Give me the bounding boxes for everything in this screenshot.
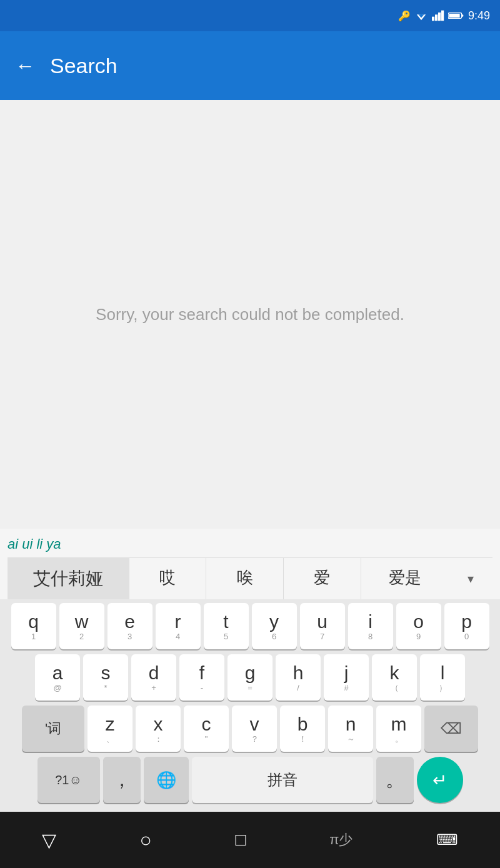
enter-key[interactable]: ↵ (417, 757, 463, 803)
app-bar-title: Search (50, 54, 118, 78)
error-message: Sorry, your search could not be complete… (71, 305, 429, 324)
sym-key[interactable]: ?1☺ (38, 757, 100, 803)
back-button[interactable]: ← (15, 54, 35, 77)
space-key[interactable]: 拼音 (192, 757, 373, 803)
suggestion-item-2[interactable]: 唉 (206, 558, 284, 599)
key-q-sub: 1 (31, 632, 36, 641)
svg-rect-3 (432, 17, 434, 21)
svg-rect-5 (438, 12, 441, 21)
comma-label: ， (112, 771, 131, 789)
key-z[interactable]: z 、 (88, 706, 132, 752)
key-j[interactable]: j # (324, 654, 369, 701)
enter-icon: ↵ (432, 770, 447, 791)
suggestion-item-3[interactable]: 爱 (284, 558, 361, 599)
key-m[interactable]: m 。 (376, 706, 421, 752)
suggestion-bar: ai ui li ya 艾什莉娅 哎 唉 爱 爱是 ▾ (0, 529, 500, 599)
signal-icon (432, 10, 444, 21)
key-row-2: a @ s * d + f - g = h / (2, 654, 498, 701)
suggestion-item-1[interactable]: 哎 (129, 558, 207, 599)
vpn-key-icon: 🔑 (398, 10, 411, 22)
battery-icon (448, 11, 464, 20)
app-icon: π少 (329, 831, 352, 849)
shift-key[interactable]: '词 (22, 706, 84, 752)
svg-rect-6 (441, 11, 444, 21)
key-f[interactable]: f - (179, 654, 224, 701)
keyboard-area: q 1 w 2 e 3 r 4 t 5 y 6 (0, 599, 500, 812)
key-k[interactable]: k （ (372, 654, 417, 701)
delete-key[interactable]: ⌫ (424, 706, 478, 752)
key-g[interactable]: g = (228, 654, 272, 701)
key-c[interactable]: c " (184, 706, 229, 752)
svg-rect-9 (449, 14, 459, 17)
suggestion-expand-button[interactable]: ▾ (449, 558, 492, 599)
suggestion-item-4[interactable]: 爱是 (361, 558, 449, 599)
key-q[interactable]: q 1 (11, 603, 56, 649)
back-nav-icon[interactable]: ▽ (42, 829, 56, 851)
delete-icon: ⌫ (441, 720, 462, 737)
key-a[interactable]: a @ (35, 654, 80, 701)
suggestion-row: 艾什莉娅 哎 唉 爱 爱是 ▾ (8, 557, 492, 599)
recent-nav-icon[interactable]: □ (236, 830, 246, 850)
svg-rect-4 (435, 14, 438, 21)
space-label: 拼音 (268, 772, 298, 787)
status-bar: 🔑 9:49 (0, 0, 500, 31)
key-row-4: ?1☺ ， 🌐 拼音 。 ↵ (2, 757, 498, 803)
key-v[interactable]: v ？ (232, 706, 277, 752)
app-bar: ← Search (0, 31, 500, 100)
svg-rect-8 (462, 14, 464, 16)
key-b[interactable]: b ！ (280, 706, 325, 752)
key-row-3: '词 z 、 x ： c " v ？ b ！ n (2, 706, 498, 752)
nav-bar: ▽ ○ □ π少 ⌨ (0, 812, 500, 868)
key-i[interactable]: i 8 (348, 603, 393, 649)
key-u[interactable]: u 7 (300, 603, 345, 649)
key-q-main: q (28, 612, 39, 631)
shift-label: '词 (45, 722, 61, 736)
key-e[interactable]: e 3 (108, 603, 152, 649)
wifi-icon (414, 10, 428, 21)
home-nav-icon[interactable]: ○ (140, 829, 152, 852)
key-l[interactable]: l ） (420, 654, 465, 701)
keyboard-icon[interactable]: ⌨ (436, 831, 458, 849)
comma-key[interactable]: ， (103, 757, 141, 803)
globe-icon: 🌐 (156, 771, 176, 790)
period-label: 。 (386, 771, 404, 789)
suggestion-item-0[interactable]: 艾什莉娅 (8, 558, 129, 599)
key-row-1: q 1 w 2 e 3 r 4 t 5 y 6 (2, 603, 498, 649)
status-icons: 🔑 9:49 (398, 9, 490, 22)
key-h[interactable]: h / (276, 654, 321, 701)
key-o[interactable]: o 9 (396, 603, 441, 649)
key-x[interactable]: x ： (136, 706, 181, 752)
key-y[interactable]: y 6 (252, 603, 297, 649)
key-s[interactable]: s * (83, 654, 128, 701)
globe-key[interactable]: 🌐 (144, 757, 189, 803)
main-content: Sorry, your search could not be complete… (0, 100, 500, 529)
period-key[interactable]: 。 (376, 757, 414, 803)
key-r[interactable]: r 4 (156, 603, 201, 649)
key-p[interactable]: p 0 (444, 603, 489, 649)
sym-label: ?1☺ (55, 774, 82, 786)
key-n[interactable]: n ～ (328, 706, 373, 752)
key-w[interactable]: w 2 (59, 603, 104, 649)
pinyin-input: ai ui li ya (8, 534, 492, 555)
status-time: 9:49 (468, 9, 490, 22)
ime-container: ai ui li ya 艾什莉娅 哎 唉 爱 爱是 ▾ q 1 w 2 e 3 (0, 529, 500, 812)
key-t[interactable]: t 5 (204, 603, 249, 649)
key-d[interactable]: d + (131, 654, 176, 701)
